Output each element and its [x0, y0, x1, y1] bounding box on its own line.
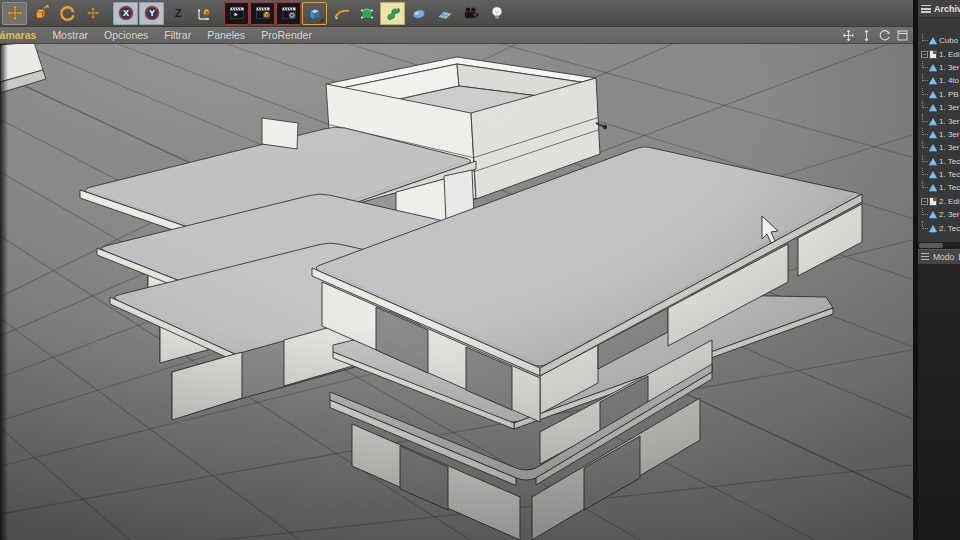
polygon-object-icon — [929, 91, 937, 98]
object-row[interactable]: 1. 3er pi — [918, 141, 960, 154]
viewport-menu-item-prorender[interactable]: ProRender — [253, 29, 320, 41]
object-tree: Cubo−1. Edificio1. 3er1. 4to1. PB1. 3er … — [918, 18, 960, 240]
scale-tool[interactable] — [28, 2, 53, 25]
polygon-object-icon — [929, 225, 937, 232]
object-row[interactable]: 1. 3er — [918, 61, 960, 74]
light-button[interactable] — [484, 2, 509, 25]
null-object-icon — [929, 50, 937, 59]
viewport-menu-item-paneles[interactable]: Paneles — [199, 29, 253, 41]
object-row[interactable]: −2. Edificio — [918, 195, 960, 208]
deformer-button[interactable] — [406, 2, 431, 25]
expander-icon[interactable]: − — [921, 51, 928, 58]
coordinate-system-icon — [195, 4, 213, 22]
polygon-object-icon — [929, 184, 937, 191]
viewport-menu-item-filtrar[interactable]: Filtrar — [156, 29, 199, 41]
edit-render-settings-button[interactable] — [276, 2, 301, 25]
toggle-view-icon[interactable] — [895, 28, 909, 42]
floor-grid-icon — [436, 4, 454, 22]
axis-x-letter: X — [122, 8, 128, 18]
object-label: 2. Techo 2 — [939, 224, 960, 233]
object-label: 2. 3er piso — [939, 210, 960, 219]
object-row[interactable]: 1. PB — [918, 88, 960, 101]
lock-z-icon: Z — [169, 4, 187, 22]
object-row[interactable]: 1. 3er pi — [918, 128, 960, 141]
camera-button[interactable] — [458, 2, 483, 25]
coordinate-system-toggle[interactable] — [191, 2, 216, 25]
horizontal-scrollbar[interactable] — [918, 242, 960, 249]
object-row[interactable]: 1. Techo — [918, 155, 960, 168]
zoom-view-icon[interactable] — [859, 28, 873, 42]
pen-spline-tool[interactable] — [328, 2, 353, 25]
move-tool[interactable] — [2, 2, 27, 25]
tree-branch-line — [922, 74, 928, 81]
viewport-menu-item-opciones[interactable]: Opciones — [96, 29, 156, 41]
axis-lock-x[interactable]: X — [113, 2, 138, 25]
toolbar: X Y Z — [0, 0, 913, 27]
tree-branch-line — [922, 61, 928, 68]
scene-canvas[interactable] — [0, 44, 913, 540]
object-row[interactable]: 1. Techo 2 — [918, 181, 960, 194]
object-label: 1. 3er p — [939, 117, 960, 126]
polygon-object-icon — [929, 104, 937, 111]
render-view-button[interactable] — [224, 2, 249, 25]
object-row[interactable]: Cubo — [918, 34, 960, 47]
pan-view-icon[interactable] — [841, 28, 855, 42]
subdivision-icon — [358, 4, 376, 22]
last-tool-icon — [84, 4, 102, 22]
axis-lock-y[interactable]: Y — [139, 2, 164, 25]
object-row[interactable]: 1. 3er p — [918, 114, 960, 127]
object-row[interactable]: 1. 4to — [918, 74, 960, 87]
rotate-tool[interactable] — [54, 2, 79, 25]
polygon-object-icon — [929, 171, 937, 178]
subdivision-surface-button[interactable] — [354, 2, 379, 25]
tree-branch-line — [922, 101, 928, 108]
axis-z-letter: Z — [174, 7, 181, 19]
expander-icon[interactable]: − — [921, 198, 928, 205]
viewport-3d[interactable] — [0, 44, 913, 540]
tree-branch-line — [922, 181, 928, 188]
axis-y-letter: Y — [148, 8, 154, 18]
object-label: 1. Techo — [939, 157, 960, 166]
attribute-menu-modo[interactable]: Modo — [933, 252, 954, 262]
object-row[interactable]: 2. Techo 2 — [918, 221, 960, 234]
tree-branch-line — [922, 155, 928, 162]
last-used-tool[interactable] — [80, 2, 105, 25]
main-column: X Y Z — [0, 0, 913, 540]
floor-grid-button[interactable] — [432, 2, 457, 25]
deformer-icon — [410, 4, 428, 22]
object-manager-header: Archivo — [918, 0, 960, 18]
object-label: 1. 3er p — [939, 103, 960, 112]
object-row[interactable]: 1. Techo — [918, 168, 960, 181]
null-object-icon — [929, 197, 937, 206]
polygon-object-icon — [929, 118, 937, 125]
pen-icon — [332, 4, 350, 22]
object-row[interactable]: −1. Edificio — [918, 47, 960, 60]
object-label: Cubo — [939, 36, 958, 45]
rotate-icon — [58, 4, 76, 22]
tree-branch-line — [922, 208, 928, 215]
object-label: 1. Edificio — [939, 50, 960, 59]
panel-menu-icon[interactable] — [921, 5, 931, 13]
object-label: 1. PB — [939, 90, 959, 99]
lock-y-icon: Y — [143, 4, 161, 22]
cube-primitive-icon — [306, 4, 324, 22]
object-row[interactable]: 2. 3er piso — [918, 208, 960, 221]
render-to-picture-viewer-button[interactable] — [250, 2, 275, 25]
rotate-view-icon[interactable] — [877, 28, 891, 42]
viewport-menu: CámarasMostrarOpcionesFiltrarPanelesProR… — [0, 29, 320, 41]
tree-branch-line — [922, 88, 928, 95]
object-manager-menu-label[interactable]: Archivo — [934, 4, 960, 14]
tree-branch-line — [922, 34, 928, 41]
polygon-object-icon — [929, 64, 937, 71]
add-cube-primitive-button[interactable] — [302, 2, 327, 25]
viewport-menu-item-mostrar[interactable]: Mostrar — [44, 29, 96, 41]
tree-branch-line — [922, 141, 928, 148]
object-row[interactable]: 1. 3er p — [918, 101, 960, 114]
tree-branch-line — [922, 168, 928, 175]
viewport-menu-item-cámaras[interactable]: Cámaras — [0, 29, 44, 41]
modeling-tool-button[interactable] — [380, 2, 405, 25]
polygon-object-icon — [929, 77, 937, 84]
scrollbar-thumb[interactable] — [919, 243, 943, 248]
axis-lock-z[interactable]: Z — [165, 2, 190, 25]
viewport-nav-controls — [841, 28, 909, 42]
